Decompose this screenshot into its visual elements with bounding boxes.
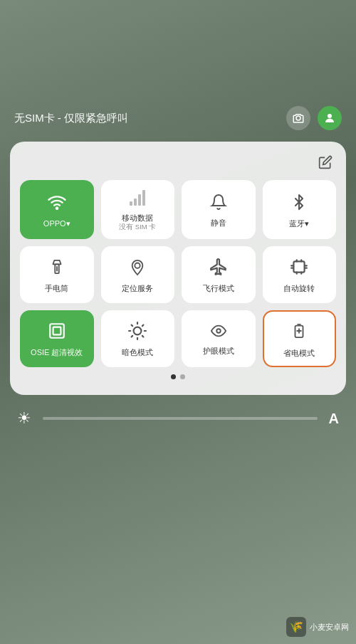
tile-battery-label: 省电模式 [283, 348, 315, 358]
tile-wifi[interactable]: OPPO▾ [20, 180, 94, 239]
watermark: 🌾 小麦安卓网 [286, 617, 349, 637]
tile-battery[interactable]: 省电模式 [263, 310, 337, 367]
top-icons [286, 106, 342, 130]
svg-point-5 [135, 263, 140, 268]
font-size-label: A [329, 411, 339, 427]
svg-text:🌾: 🌾 [289, 620, 303, 633]
watermark-text: 小麦安卓网 [310, 622, 349, 633]
tile-bluetooth-label: 蓝牙▾ [289, 218, 309, 228]
svg-line-17 [142, 325, 144, 327]
tile-flashlight-label: 手电筒 [45, 283, 68, 293]
tile-mobile-sublabel: 没有 SIM 卡 [119, 223, 156, 232]
edit-button[interactable] [315, 152, 336, 173]
svg-line-12 [132, 325, 133, 327]
flashlight-icon [49, 258, 65, 279]
tile-osie-label: OSIE 超清视效 [31, 347, 83, 357]
control-panel: OPPO▾ 移动数据 没有 SIM 卡 静音 [10, 142, 346, 395]
tile-bluetooth[interactable]: 蓝牙▾ [263, 180, 337, 239]
panel-header [20, 152, 336, 173]
tiles-row-2: 手电筒 定位服务 飞行模式 [20, 246, 336, 303]
svg-line-16 [132, 336, 133, 337]
svg-rect-8 [53, 327, 61, 335]
camera-button[interactable] [286, 106, 310, 130]
tile-wifi-label: OPPO▾ [43, 218, 70, 228]
tile-eye-label: 护眼模式 [203, 346, 234, 356]
tile-location-label: 定位服务 [122, 283, 153, 293]
airplane-icon [209, 258, 228, 279]
dark-icon [128, 322, 147, 343]
dot-2 [180, 374, 185, 379]
brightness-icon: ☀ [17, 409, 31, 428]
svg-line-13 [142, 336, 144, 337]
tile-dark-label: 暗色模式 [122, 347, 153, 357]
svg-point-9 [134, 327, 142, 335]
tile-silent-label: 静音 [211, 218, 226, 228]
tile-mobile-data[interactable]: 移动数据 没有 SIM 卡 [101, 180, 175, 239]
wifi-icon [48, 193, 66, 214]
page-dots [20, 374, 336, 379]
tile-flashlight[interactable]: 手电筒 [20, 246, 94, 303]
sim-status: 无SIM卡 - 仅限紧急呼叫 [14, 112, 128, 125]
svg-point-2 [56, 207, 58, 208]
tiles-row-3: OSIE 超清视效 暗色模式 [20, 310, 336, 367]
svg-point-18 [216, 329, 221, 333]
bluetooth-icon [291, 193, 307, 214]
tile-location[interactable]: 定位服务 [101, 246, 175, 303]
mobile-data-icon [130, 189, 145, 208]
tile-rotate-label: 自动旋转 [283, 283, 315, 293]
tile-airplane-label: 飞行模式 [203, 283, 234, 293]
svg-rect-7 [50, 324, 64, 338]
bell-icon [210, 194, 227, 213]
svg-point-1 [328, 114, 332, 118]
user-button[interactable] [318, 106, 342, 130]
tile-rotate[interactable]: 自动旋转 [263, 246, 337, 303]
tile-silent[interactable]: 静音 [182, 180, 256, 239]
dot-1 [171, 374, 176, 379]
osie-icon [48, 322, 66, 343]
tiles-row-1: OPPO▾ 移动数据 没有 SIM 卡 静音 [20, 180, 336, 239]
tile-airplane[interactable]: 飞行模式 [182, 246, 256, 303]
brightness-slider[interactable] [43, 417, 318, 420]
battery-icon [291, 321, 307, 344]
tile-osie[interactable]: OSIE 超清视效 [20, 310, 94, 367]
bottom-bar: ☀ A [0, 399, 356, 438]
tile-eye[interactable]: 护眼模式 [182, 310, 256, 367]
svg-point-0 [296, 116, 300, 120]
eye-icon [209, 323, 229, 342]
location-icon [130, 258, 145, 279]
tile-dark[interactable]: 暗色模式 [101, 310, 175, 367]
svg-rect-6 [294, 262, 305, 273]
rotate-icon [290, 258, 308, 279]
top-bar: 无SIM卡 - 仅限紧急呼叫 [0, 96, 356, 136]
tile-mobile-label: 移动数据 [122, 213, 153, 223]
